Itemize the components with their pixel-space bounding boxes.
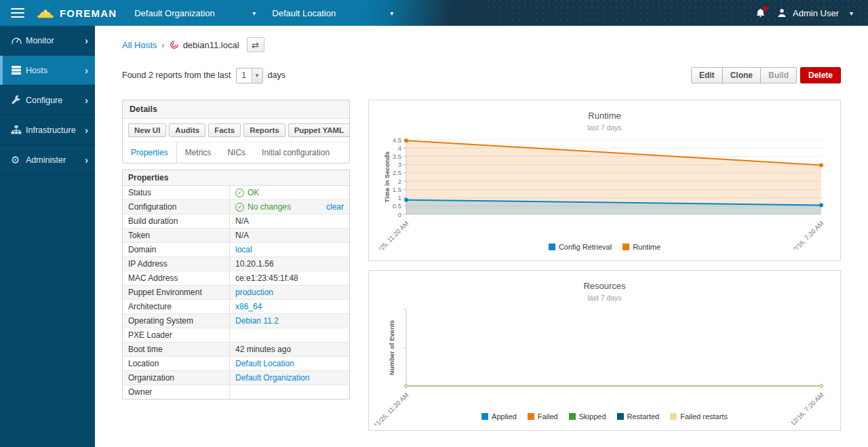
property-value: N/A [230, 214, 349, 228]
property-row-token: TokenN/A [123, 229, 349, 243]
property-row-mac-address: MAC Addressce:e1:23:45:1f:48 [123, 271, 349, 286]
status-text: No changes [248, 202, 323, 212]
tab-initial-configuration[interactable]: Initial configuration [254, 142, 338, 163]
wrench-icon [11, 95, 26, 105]
server-icon [11, 65, 26, 75]
property-value: production [230, 286, 349, 299]
property-row-domain: Domainlocal [123, 243, 349, 257]
sidebar-item-infrastructure[interactable]: Infrastructure› [0, 115, 95, 145]
chevron-down-icon: ▾ [390, 9, 393, 17]
property-label: Organization [123, 371, 230, 385]
property-value-link[interactable]: Debian 11.2 [235, 316, 279, 326]
legend-label: Restarted [627, 412, 660, 421]
property-row-ip-address: IP Address10.20.1.56 [123, 257, 349, 271]
property-value-link[interactable]: Default Organization [235, 373, 309, 383]
svg-text:4: 4 [398, 144, 401, 152]
property-row-status: Status✓OK [123, 186, 349, 200]
chevron-right-icon: › [85, 154, 88, 166]
property-label: Owner [123, 385, 230, 399]
new-ui-button[interactable]: New UI [128, 123, 166, 137]
edit-button[interactable]: Edit [691, 67, 723, 83]
svg-text:0.5: 0.5 [393, 202, 401, 210]
notifications-bell-icon[interactable] [755, 7, 766, 18]
legend-item-runtime[interactable]: Runtime [623, 243, 660, 251]
property-value-link[interactable]: local [235, 245, 252, 254]
location-selector[interactable]: Default Location ▾ [272, 8, 393, 18]
brand-text: FOREMAN [60, 7, 117, 19]
property-label: Architecture [123, 300, 230, 313]
clear-link[interactable]: clear [326, 202, 344, 212]
user-menu[interactable]: Admin User ▾ [776, 7, 853, 18]
property-label: Operating System [123, 314, 230, 328]
legend-item-skipped[interactable]: Skipped [569, 412, 606, 421]
days-select[interactable]: 1 ▾ [236, 68, 263, 83]
sidebar-item-administer[interactable]: ⚙Administer› [0, 145, 95, 175]
org-selector[interactable]: Default Organization ▾ [134, 8, 256, 18]
puppet-yaml-button[interactable]: Puppet YAML [288, 123, 350, 137]
debian-logo-icon [170, 40, 179, 50]
breadcrumb-all-hosts-link[interactable]: All Hosts [122, 40, 157, 50]
delete-button[interactable]: Delete [800, 67, 841, 83]
property-label: Domain [123, 243, 230, 256]
property-label: Boot time [123, 343, 230, 356]
legend-label: Runtime [633, 243, 660, 251]
hardhat-icon [37, 7, 54, 20]
svg-text:3.5: 3.5 [393, 153, 401, 160]
legend-color-swatch [481, 413, 488, 420]
property-value: x86_64 [230, 300, 349, 313]
main-content: All Hosts › debian11.local ⇄ Found 2 rep… [95, 26, 868, 447]
sidebar-item-hosts[interactable]: Hosts› [0, 56, 95, 85]
property-value-link[interactable]: Default Location [235, 359, 294, 368]
runtime-chart-panel: Runtimelast 7 days00.511.522.533.544.511… [368, 100, 841, 261]
foreman-logo[interactable]: FOREMAN [37, 7, 117, 20]
resources-chart-panel: Resourceslast 7 days11/25, 11:20 AM12/16… [368, 270, 841, 431]
legend-item-failed[interactable]: Failed [528, 412, 558, 421]
legend-item-failed-restarts[interactable]: Failed restarts [670, 412, 728, 421]
property-value: 10.20.1.56 [230, 257, 349, 271]
sidebar-item-monitor[interactable]: Monitor› [0, 26, 95, 56]
notification-badge [763, 6, 768, 11]
user-name: Admin User [793, 8, 839, 18]
legend-color-swatch [623, 244, 629, 250]
reports-found-text: Found 2 reports from the last [122, 71, 231, 80]
sidebar-item-configure[interactable]: Configure› [0, 85, 95, 115]
facts-button[interactable]: Facts [208, 123, 241, 137]
tab-nics[interactable]: NICs [219, 142, 254, 163]
reports-bar: Found 2 reports from the last 1 ▾ days E… [122, 67, 841, 83]
chevron-right-icon: › [85, 64, 88, 76]
charts-column: Runtimelast 7 days00.511.522.533.544.511… [368, 100, 841, 431]
chart-title: Runtime [369, 100, 840, 121]
property-value: Default Location [230, 357, 349, 370]
property-value: Debian 11.2 [230, 314, 349, 328]
property-value: ce:e1:23:45:1f:48 [230, 271, 349, 285]
sidebar-item-label: Configure [26, 96, 85, 105]
details-tabs: PropertiesMetricsNICsInitial configurati… [123, 142, 349, 163]
property-value-link[interactable]: x86_64 [235, 302, 262, 311]
legend-item-config-retrieval[interactable]: Config Retrieval [549, 243, 612, 251]
chevron-right-icon: › [85, 124, 88, 136]
check-circle-icon: ✓ [235, 203, 244, 212]
property-row-operating-system: Operating SystemDebian 11.2 [123, 314, 349, 328]
svg-text:Number of Events: Number of Events [388, 320, 395, 375]
properties-table-title: Properties [123, 170, 349, 186]
audits-button[interactable]: Audits [169, 123, 205, 137]
legend-color-swatch [569, 413, 576, 420]
property-value: local [230, 243, 349, 256]
reports-button[interactable]: Reports [243, 123, 285, 137]
property-label: IP Address [123, 257, 230, 271]
clone-button[interactable]: Clone [722, 67, 761, 83]
tab-metrics[interactable]: Metrics [177, 142, 220, 163]
tab-properties[interactable]: Properties [123, 142, 177, 163]
svg-text:1: 1 [398, 194, 401, 201]
gauge-icon [11, 35, 26, 45]
legend-item-restarted[interactable]: Restarted [617, 412, 660, 421]
legend-label: Failed restarts [680, 412, 728, 421]
hamburger-menu-icon[interactable] [11, 8, 24, 18]
runtime-chart-canvas: 00.511.522.533.544.511/25, 11:20 AM12/16… [369, 134, 840, 250]
legend-item-applied[interactable]: Applied [481, 412, 517, 421]
property-value: ✓OK [230, 186, 349, 199]
svg-text:Time in Seconds: Time in Seconds [383, 151, 391, 202]
sidebar-nav: Monitor›Hosts›Configure›Infrastructure›⚙… [0, 26, 95, 447]
host-switcher-button[interactable]: ⇄ [247, 37, 264, 52]
property-value-link[interactable]: production [235, 288, 273, 297]
